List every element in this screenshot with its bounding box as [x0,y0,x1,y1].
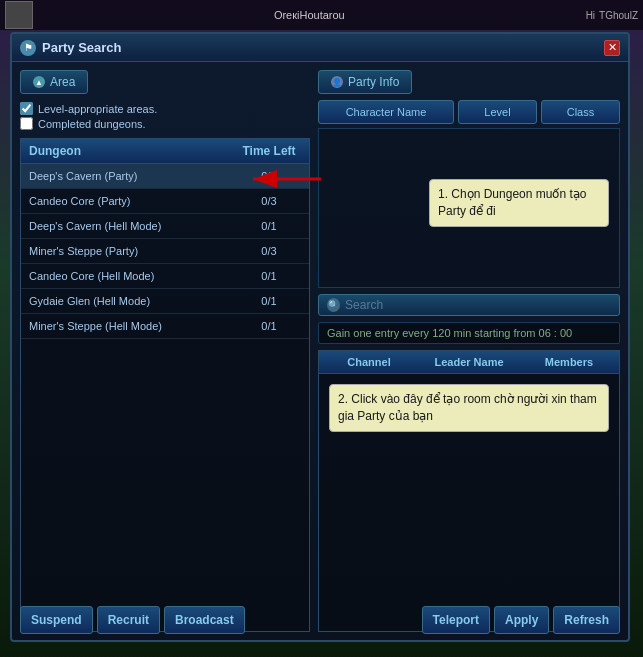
refresh-button[interactable]: Refresh [553,606,620,634]
party-search-window: ⚑ Party Search ✕ ▲ Area Level-appropriat… [10,32,630,642]
party-info-label: Party Info [348,75,399,89]
dungeon-row-count: 0/1 [229,214,309,238]
close-button[interactable]: ✕ [604,40,620,56]
suspend-button[interactable]: Suspend [20,606,93,634]
area-section: ▲ Area Level-appropriate areas. Complete… [20,70,310,132]
dungeon-row-name: Deep's Cavern (Hell Mode) [21,214,229,238]
bottom-buttons: Suspend Recruit Broadcast Teleport Apply… [20,606,620,634]
window-title: Party Search [42,40,604,55]
annotation-1: 1. Chọn Dungeon muốn tạo Party để đi [429,179,609,227]
dungeon-row-name: Candeo Core (Hell Mode) [21,264,229,288]
top-bar-right: Hi TGhoulZ [586,10,638,21]
dungeon-row-name: Deep's Cavern (Party) [21,164,229,188]
col-level-btn[interactable]: Level [458,100,537,124]
dungeon-row-count: 0/3 [229,239,309,263]
party-list-body[interactable]: 2. Click vào đây để tạo room chờ người x… [319,374,619,631]
party-list-section: Channel Leader Name Members 2. Click vào… [318,350,620,632]
title-icon: ⚑ [20,40,36,56]
apply-button[interactable]: Apply [494,606,549,634]
teleport-button[interactable]: Teleport [422,606,490,634]
checkbox-appropriate: Level-appropriate areas. [20,102,310,115]
annotation-2-text: 2. Click vào đây để tạo room chờ người x… [338,392,597,423]
area-label: Area [50,75,75,89]
window-content: ▲ Area Level-appropriate areas. Complete… [12,62,628,640]
search-section: 🔍 [318,294,620,316]
party-col-leader: Leader Name [419,351,519,373]
dungeon-col-time: Time Left [229,139,309,163]
checkbox-appropriate-input[interactable] [20,102,33,115]
party-info-content: 1. Chọn Dungeon muốn tạo Party để đi [318,128,620,288]
checkbox-completed-input[interactable] [20,117,33,130]
top-bar: OrекiHoutarou Hi TGhoulZ [0,0,643,30]
hi-label: Hi [586,10,595,21]
top-right-text: TGhoulZ [599,10,638,21]
window-titlebar: ⚑ Party Search ✕ [12,34,628,62]
dungeon-row[interactable]: Gydaie Glen (Hell Mode) 0/1 [21,289,309,314]
annotation-2: 2. Click vào đây để tạo room chờ người x… [329,384,609,432]
dungeon-row[interactable]: Miner's Steppe (Party) 0/3 [21,239,309,264]
dungeon-list[interactable]: Deep's Cavern (Party) 0/3 Candeo Core (P… [21,164,309,631]
recruit-button[interactable]: Recruit [97,606,160,634]
dungeon-row-count: 0/1 [229,264,309,288]
gain-entry-text: Gain one entry every 120 min starting fr… [327,327,572,339]
dungeon-row-count: 0/1 [229,314,309,338]
dungeon-row-name: Candeo Core (Party) [21,189,229,213]
party-info-section: 👤 Party Info Character Name Level Class … [318,70,620,288]
broadcast-button[interactable]: Broadcast [164,606,245,634]
party-col-members: Members [519,351,619,373]
dungeon-section: Dungeon Time Left Deep's Cavern (Party) … [20,138,310,632]
party-info-icon: 👤 [331,76,343,88]
dungeon-row[interactable]: Miner's Steppe (Hell Mode) 0/1 [21,314,309,339]
player-avatar [5,1,33,29]
party-list-header: Channel Leader Name Members [319,351,619,374]
left-panel: ▲ Area Level-appropriate areas. Complete… [20,70,310,632]
red-arrow-annotation [243,164,323,194]
checkbox-appropriate-label: Level-appropriate areas. [38,103,157,115]
area-icon: ▲ [33,76,45,88]
gain-entry-bar: Gain one entry every 120 min starting fr… [318,322,620,344]
right-panel: 👤 Party Info Character Name Level Class … [318,70,620,632]
checkbox-completed: Completed dungeons. [20,117,310,130]
col-class-btn[interactable]: Class [541,100,620,124]
dungeon-row-name: Gydaie Glen (Hell Mode) [21,289,229,313]
dungeon-row-name: Miner's Steppe (Party) [21,239,229,263]
area-button[interactable]: ▲ Area [20,70,88,94]
dungeon-row[interactable]: Candeo Core (Hell Mode) 0/1 [21,264,309,289]
dungeon-col-name: Dungeon [21,139,229,163]
party-columns: Character Name Level Class [318,100,620,124]
dungeon-header: Dungeon Time Left [21,139,309,164]
search-icon: 🔍 [327,298,340,312]
checkbox-completed-label: Completed dungeons. [38,118,146,130]
dungeon-row-count: 0/1 [229,289,309,313]
player-name: OrекiHoutarou [38,9,581,21]
party-info-button[interactable]: 👤 Party Info [318,70,412,94]
button-spacer [249,606,418,634]
dungeon-row-name: Miner's Steppe (Hell Mode) [21,314,229,338]
search-input[interactable] [345,298,611,312]
annotation-1-text: 1. Chọn Dungeon muốn tạo Party để đi [438,187,586,218]
dungeon-row[interactable]: Deep's Cavern (Hell Mode) 0/1 [21,214,309,239]
party-col-channel: Channel [319,351,419,373]
col-char-name-btn[interactable]: Character Name [318,100,454,124]
